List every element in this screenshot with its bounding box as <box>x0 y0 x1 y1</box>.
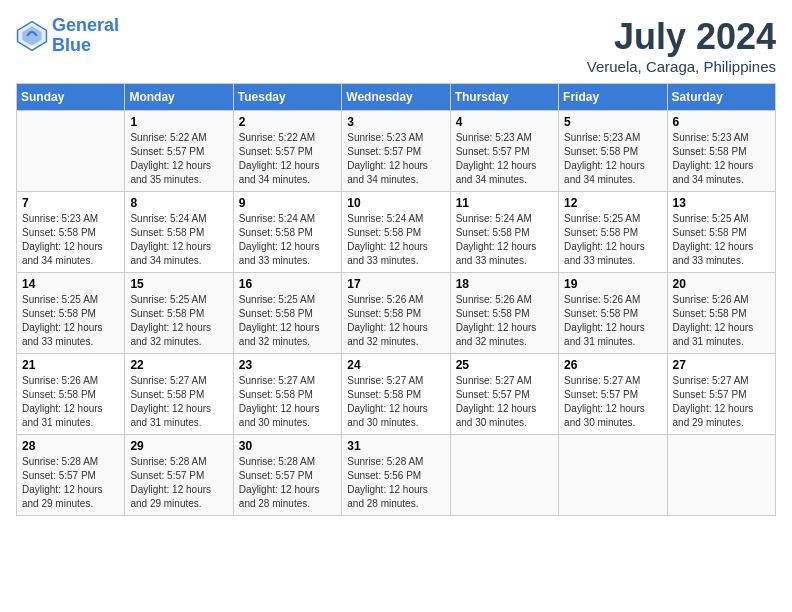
day-info: Sunrise: 5:26 AMSunset: 5:58 PMDaylight:… <box>456 293 553 349</box>
calendar-cell <box>667 435 775 516</box>
day-number: 14 <box>22 277 119 291</box>
day-info: Sunrise: 5:28 AMSunset: 5:56 PMDaylight:… <box>347 455 444 511</box>
day-number: 22 <box>130 358 227 372</box>
calendar-body: 1Sunrise: 5:22 AMSunset: 5:57 PMDaylight… <box>17 111 776 516</box>
calendar-cell: 20Sunrise: 5:26 AMSunset: 5:58 PMDayligh… <box>667 273 775 354</box>
calendar-cell: 28Sunrise: 5:28 AMSunset: 5:57 PMDayligh… <box>17 435 125 516</box>
day-number: 25 <box>456 358 553 372</box>
day-info: Sunrise: 5:25 AMSunset: 5:58 PMDaylight:… <box>564 212 661 268</box>
day-number: 6 <box>673 115 770 129</box>
col-header-monday: Monday <box>125 84 233 111</box>
day-info: Sunrise: 5:23 AMSunset: 5:58 PMDaylight:… <box>22 212 119 268</box>
calendar-cell: 24Sunrise: 5:27 AMSunset: 5:58 PMDayligh… <box>342 354 450 435</box>
calendar-cell: 4Sunrise: 5:23 AMSunset: 5:57 PMDaylight… <box>450 111 558 192</box>
logo-line2: Blue <box>52 35 91 55</box>
day-number: 3 <box>347 115 444 129</box>
day-number: 19 <box>564 277 661 291</box>
col-header-friday: Friday <box>559 84 667 111</box>
calendar-cell <box>17 111 125 192</box>
day-info: Sunrise: 5:27 AMSunset: 5:57 PMDaylight:… <box>673 374 770 430</box>
day-info: Sunrise: 5:23 AMSunset: 5:58 PMDaylight:… <box>564 131 661 187</box>
day-number: 27 <box>673 358 770 372</box>
calendar-cell: 14Sunrise: 5:25 AMSunset: 5:58 PMDayligh… <box>17 273 125 354</box>
day-info: Sunrise: 5:24 AMSunset: 5:58 PMDaylight:… <box>347 212 444 268</box>
logo: General Blue <box>16 16 119 56</box>
location: Veruela, Caraga, Philippines <box>587 58 776 75</box>
calendar-cell: 27Sunrise: 5:27 AMSunset: 5:57 PMDayligh… <box>667 354 775 435</box>
week-row-3: 14Sunrise: 5:25 AMSunset: 5:58 PMDayligh… <box>17 273 776 354</box>
day-number: 11 <box>456 196 553 210</box>
calendar-cell: 30Sunrise: 5:28 AMSunset: 5:57 PMDayligh… <box>233 435 341 516</box>
day-number: 26 <box>564 358 661 372</box>
calendar-cell: 3Sunrise: 5:23 AMSunset: 5:57 PMDaylight… <box>342 111 450 192</box>
day-number: 10 <box>347 196 444 210</box>
calendar-cell: 12Sunrise: 5:25 AMSunset: 5:58 PMDayligh… <box>559 192 667 273</box>
title-block: July 2024 Veruela, Caraga, Philippines <box>587 16 776 75</box>
day-info: Sunrise: 5:25 AMSunset: 5:58 PMDaylight:… <box>673 212 770 268</box>
day-number: 24 <box>347 358 444 372</box>
day-number: 28 <box>22 439 119 453</box>
day-info: Sunrise: 5:25 AMSunset: 5:58 PMDaylight:… <box>130 293 227 349</box>
calendar-cell: 1Sunrise: 5:22 AMSunset: 5:57 PMDaylight… <box>125 111 233 192</box>
day-number: 21 <box>22 358 119 372</box>
day-info: Sunrise: 5:28 AMSunset: 5:57 PMDaylight:… <box>239 455 336 511</box>
calendar-cell: 15Sunrise: 5:25 AMSunset: 5:58 PMDayligh… <box>125 273 233 354</box>
logo-line1: General <box>52 15 119 35</box>
logo-icon <box>16 20 48 52</box>
calendar-cell: 17Sunrise: 5:26 AMSunset: 5:58 PMDayligh… <box>342 273 450 354</box>
day-info: Sunrise: 5:27 AMSunset: 5:57 PMDaylight:… <box>564 374 661 430</box>
week-row-5: 28Sunrise: 5:28 AMSunset: 5:57 PMDayligh… <box>17 435 776 516</box>
calendar-cell <box>559 435 667 516</box>
calendar-cell: 5Sunrise: 5:23 AMSunset: 5:58 PMDaylight… <box>559 111 667 192</box>
calendar-cell: 6Sunrise: 5:23 AMSunset: 5:58 PMDaylight… <box>667 111 775 192</box>
calendar-cell: 11Sunrise: 5:24 AMSunset: 5:58 PMDayligh… <box>450 192 558 273</box>
day-info: Sunrise: 5:27 AMSunset: 5:58 PMDaylight:… <box>347 374 444 430</box>
day-number: 15 <box>130 277 227 291</box>
calendar-cell: 29Sunrise: 5:28 AMSunset: 5:57 PMDayligh… <box>125 435 233 516</box>
day-number: 18 <box>456 277 553 291</box>
day-number: 16 <box>239 277 336 291</box>
day-info: Sunrise: 5:23 AMSunset: 5:57 PMDaylight:… <box>347 131 444 187</box>
week-row-1: 1Sunrise: 5:22 AMSunset: 5:57 PMDaylight… <box>17 111 776 192</box>
day-number: 31 <box>347 439 444 453</box>
day-info: Sunrise: 5:22 AMSunset: 5:57 PMDaylight:… <box>130 131 227 187</box>
week-row-2: 7Sunrise: 5:23 AMSunset: 5:58 PMDaylight… <box>17 192 776 273</box>
calendar-cell: 25Sunrise: 5:27 AMSunset: 5:57 PMDayligh… <box>450 354 558 435</box>
day-info: Sunrise: 5:24 AMSunset: 5:58 PMDaylight:… <box>239 212 336 268</box>
day-info: Sunrise: 5:25 AMSunset: 5:58 PMDaylight:… <box>22 293 119 349</box>
calendar-cell: 21Sunrise: 5:26 AMSunset: 5:58 PMDayligh… <box>17 354 125 435</box>
day-info: Sunrise: 5:27 AMSunset: 5:57 PMDaylight:… <box>456 374 553 430</box>
day-number: 13 <box>673 196 770 210</box>
day-number: 30 <box>239 439 336 453</box>
day-number: 12 <box>564 196 661 210</box>
col-header-sunday: Sunday <box>17 84 125 111</box>
day-number: 1 <box>130 115 227 129</box>
day-info: Sunrise: 5:27 AMSunset: 5:58 PMDaylight:… <box>239 374 336 430</box>
calendar-cell: 26Sunrise: 5:27 AMSunset: 5:57 PMDayligh… <box>559 354 667 435</box>
day-info: Sunrise: 5:23 AMSunset: 5:58 PMDaylight:… <box>673 131 770 187</box>
day-info: Sunrise: 5:25 AMSunset: 5:58 PMDaylight:… <box>239 293 336 349</box>
day-number: 8 <box>130 196 227 210</box>
calendar-table: SundayMondayTuesdayWednesdayThursdayFrid… <box>16 83 776 516</box>
day-info: Sunrise: 5:26 AMSunset: 5:58 PMDaylight:… <box>22 374 119 430</box>
calendar-cell: 22Sunrise: 5:27 AMSunset: 5:58 PMDayligh… <box>125 354 233 435</box>
day-number: 4 <box>456 115 553 129</box>
calendar-cell <box>450 435 558 516</box>
calendar-cell: 31Sunrise: 5:28 AMSunset: 5:56 PMDayligh… <box>342 435 450 516</box>
calendar-cell: 13Sunrise: 5:25 AMSunset: 5:58 PMDayligh… <box>667 192 775 273</box>
calendar-cell: 2Sunrise: 5:22 AMSunset: 5:57 PMDaylight… <box>233 111 341 192</box>
day-info: Sunrise: 5:26 AMSunset: 5:58 PMDaylight:… <box>673 293 770 349</box>
calendar-cell: 18Sunrise: 5:26 AMSunset: 5:58 PMDayligh… <box>450 273 558 354</box>
col-header-thursday: Thursday <box>450 84 558 111</box>
day-number: 23 <box>239 358 336 372</box>
day-info: Sunrise: 5:24 AMSunset: 5:58 PMDaylight:… <box>130 212 227 268</box>
day-number: 5 <box>564 115 661 129</box>
day-info: Sunrise: 5:26 AMSunset: 5:58 PMDaylight:… <box>564 293 661 349</box>
calendar-cell: 10Sunrise: 5:24 AMSunset: 5:58 PMDayligh… <box>342 192 450 273</box>
day-info: Sunrise: 5:28 AMSunset: 5:57 PMDaylight:… <box>22 455 119 511</box>
col-header-tuesday: Tuesday <box>233 84 341 111</box>
calendar-cell: 8Sunrise: 5:24 AMSunset: 5:58 PMDaylight… <box>125 192 233 273</box>
calendar-cell: 23Sunrise: 5:27 AMSunset: 5:58 PMDayligh… <box>233 354 341 435</box>
calendar-cell: 9Sunrise: 5:24 AMSunset: 5:58 PMDaylight… <box>233 192 341 273</box>
day-number: 9 <box>239 196 336 210</box>
